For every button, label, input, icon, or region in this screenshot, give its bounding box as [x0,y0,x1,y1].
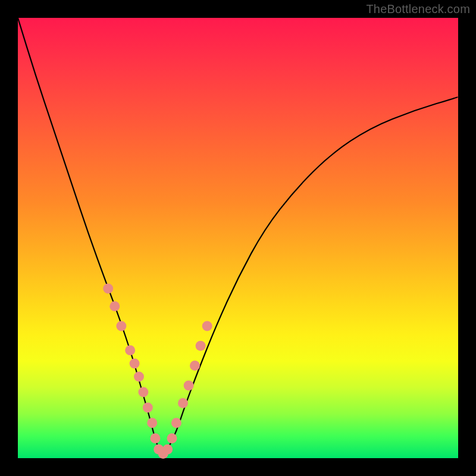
bottleneck-curve [18,18,458,453]
highlight-dot [190,361,200,371]
highlight-dots [103,284,212,459]
highlight-dot [184,380,194,390]
highlight-dot [103,284,113,294]
highlight-dot [134,372,144,382]
chart-svg [18,18,458,458]
highlight-dot [202,321,212,331]
highlight-dot [116,321,126,331]
chart-plot-area [18,18,458,458]
highlight-dot [147,418,157,428]
highlight-dot [196,341,206,351]
highlight-dot [171,418,181,428]
highlight-dot [167,433,177,443]
watermark-label: TheBottleneck.com [366,2,470,16]
highlight-dot [150,433,160,443]
highlight-dot [138,387,148,397]
highlight-dot [162,444,173,455]
highlight-dot [143,402,153,412]
chart-frame: TheBottleneck.com [0,0,476,476]
highlight-dot [109,301,120,311]
highlight-dot [125,345,135,355]
highlight-dot [178,398,188,408]
highlight-dot [130,358,140,368]
